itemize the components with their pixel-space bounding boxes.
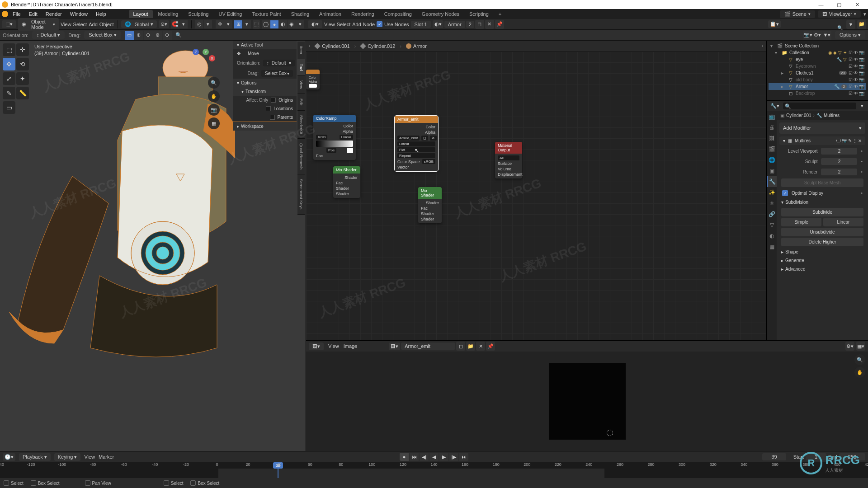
ptab-render[interactable]: 📺	[767, 111, 777, 122]
tab-view[interactable]: View	[297, 76, 305, 94]
colorramp-mode[interactable]: RGB	[316, 135, 327, 140]
n-orientation-dd[interactable]: ↕ Default ▾	[263, 60, 295, 66]
tl-view-menu[interactable]: View	[84, 454, 95, 460]
active-tool-header[interactable]: ▾ Active Tool	[233, 41, 297, 49]
sel-new[interactable]: ▭	[125, 31, 134, 40]
outliner-item-collection[interactable]: ▾📁Collection◉ ◆ ▽ ✦☑👁📷	[769, 49, 866, 56]
pivot-dropdown[interactable]: ⊙▾	[159, 20, 169, 28]
node-mix-shader-1[interactable]: Mix Shader Shader Fac Shader Shader	[333, 166, 360, 198]
tab-item[interactable]: Item	[297, 42, 305, 59]
collapse-icon[interactable]: ‹	[309, 43, 310, 48]
shading-rendered[interactable]: ◉	[288, 20, 296, 28]
gizmo-icon[interactable]: ✥	[216, 20, 224, 28]
ie-menu-image[interactable]: Image	[344, 343, 358, 349]
props-options-icon[interactable]: ▾	[858, 103, 866, 109]
image-users[interactable]: ◻	[456, 342, 465, 351]
tab-edit[interactable]: Edit	[297, 94, 305, 111]
axis-y[interactable]: Y	[203, 49, 209, 55]
shape-section[interactable]: ▸Shape	[777, 248, 868, 256]
tab-geometry-nodes[interactable]: Geometry Nodes	[417, 10, 464, 18]
props-search-input[interactable]	[783, 103, 856, 109]
tl-keying-menu[interactable]: Keying ▾	[54, 453, 81, 461]
colorramp-header[interactable]: ColorRamp	[313, 115, 356, 122]
bc-object[interactable]: Cylinder.001	[315, 43, 349, 49]
bc-mesh[interactable]: Cylinder.012	[360, 43, 395, 49]
ptab-object[interactable]: ▣	[767, 165, 777, 176]
colorramp-interp[interactable]: Linear	[340, 135, 353, 140]
options-dd[interactable]: Options ▾	[835, 31, 865, 39]
parents-checkbox[interactable]	[270, 115, 275, 120]
shading-matprev[interactable]: ◐	[279, 20, 287, 28]
ie-menu-view[interactable]: View	[328, 343, 339, 349]
outliner-item-eyebrown[interactable]: ▽Eyebrown☑👁📷	[769, 63, 866, 70]
props-editor-type[interactable]: 🔧▾	[769, 102, 781, 110]
matout-header[interactable]: Material Output	[495, 142, 522, 154]
ne-menu-node[interactable]: Node	[363, 22, 375, 27]
outliner-display-mode[interactable]: 📋▾	[768, 20, 781, 28]
timeline-ruler[interactable]: 39 -140-120-100-80-60-40-200204060801001…	[0, 462, 868, 478]
tab-texture-paint[interactable]: Texture Paint	[247, 10, 285, 18]
node-colorramp[interactable]: ColorRamp Color Alpha RGBLinear Pos Fac	[313, 115, 356, 160]
navigation-gizmo[interactable]: Z Y X	[193, 49, 215, 71]
ptab-scene[interactable]: 🎬	[767, 144, 777, 155]
timeline[interactable]: 🕐▾ Playback ▾ Keying ▾ View Marker ● ⏮ ◀…	[0, 451, 868, 478]
jump-last[interactable]: ⏭	[459, 453, 468, 461]
outliner[interactable]: ▾🎬Scene Collection ▾📁Collection◉ ◆ ▽ ✦☑👁…	[767, 41, 868, 100]
tab-scripting[interactable]: Scripting	[465, 10, 493, 18]
gizmo-visibility[interactable]: ▾	[224, 20, 232, 28]
sel-invert[interactable]: ⊗	[153, 31, 162, 40]
play-forward[interactable]: ▶	[439, 453, 448, 461]
tool-measure[interactable]: 📏	[16, 87, 29, 99]
drag-dd[interactable]: Select Box ▾	[84, 31, 121, 39]
n-drag-dd[interactable]: Select Box ▾	[261, 70, 293, 77]
filter-icon[interactable]: ▼▾	[822, 31, 831, 40]
mix1-header[interactable]: Mix Shader	[333, 166, 360, 174]
menu-select[interactable]: Select	[73, 22, 87, 27]
scene-dropdown[interactable]: 🎬Scene▾	[780, 10, 815, 18]
menu-view[interactable]: View	[61, 22, 71, 27]
image-open[interactable]: 📁	[466, 342, 475, 351]
subdivide-button[interactable]: Subdivide	[781, 208, 863, 216]
image-name-field[interactable]: Armor_emit	[401, 343, 455, 350]
3d-viewport[interactable]: ⬚✛ ✥⟲ ⤢✦ ✎📏 ▭ User Perspective (39) Armo…	[0, 41, 306, 451]
tab-animation[interactable]: Animation	[315, 10, 346, 18]
node-material-output[interactable]: Material Output All Surface Volume Displ…	[495, 142, 522, 178]
imgtex-repeat[interactable]: Repeat	[397, 153, 435, 158]
generate-section[interactable]: ▸Generate	[777, 256, 868, 265]
pan-icon[interactable]: ✋	[208, 90, 220, 102]
sel-extend[interactable]: ⊕	[134, 31, 143, 40]
snap-toggle[interactable]: 🧲	[171, 20, 179, 28]
outliner-item-oldbody[interactable]: ▽old body☑👁📷	[769, 76, 866, 83]
imgtex-colorspace[interactable]: sRGB	[422, 159, 435, 164]
mod-edit-icon[interactable]: ✎	[848, 138, 852, 143]
orientation-dd[interactable]: ↕ Default ▾	[32, 31, 65, 39]
options-header[interactable]: ▾ Options	[233, 79, 297, 87]
matout-target[interactable]: All	[498, 155, 519, 160]
node-editor-type[interactable]: ◐▾	[308, 20, 322, 28]
bc-material[interactable]: Armor	[406, 43, 427, 49]
close-button[interactable]: ✕	[848, 0, 866, 9]
tab-tool[interactable]: Tool	[297, 59, 305, 76]
jump-prevkey[interactable]: ◀|	[420, 453, 429, 461]
material-new[interactable]: ◻	[475, 20, 484, 29]
proportional-toggle[interactable]: ◎	[195, 20, 203, 28]
tab-shading[interactable]: Shading	[287, 10, 314, 18]
shading-wire[interactable]: ◯	[262, 20, 270, 28]
tl-marker-menu[interactable]: Marker	[99, 454, 114, 460]
ie-zoom-icon[interactable]: 🔍	[854, 354, 865, 365]
ptab-texture[interactable]: ▦	[767, 241, 777, 252]
tool-cursor[interactable]: ✛	[16, 43, 29, 56]
image-canvas[interactable]	[306, 352, 868, 451]
outliner-item-armor[interactable]: ▸▽Armor🔧2☑👁📷	[769, 83, 866, 90]
tab-screencast-keys[interactable]: Screencast Keys	[297, 174, 305, 215]
tab-blenderkit[interactable]: BlenderKit	[297, 111, 305, 139]
material-unlink[interactable]: ✕	[485, 20, 494, 29]
menu-edit[interactable]: Edit	[25, 10, 41, 18]
imgtex-interp[interactable]: Linear	[397, 141, 435, 146]
viewlayer-dropdown[interactable]: 🖼ViewLayer▾	[818, 10, 861, 18]
overlay-toggle[interactable]: ⊞	[234, 20, 242, 28]
menu-add[interactable]: Add	[89, 22, 98, 27]
shader-node-editor[interactable]: ‹ Cylinder.001 › Cylinder.012 › Armor ›	[306, 41, 766, 340]
tool-annotate[interactable]: ✎	[3, 87, 15, 99]
gear-icon[interactable]: ⚙▾	[813, 31, 822, 40]
